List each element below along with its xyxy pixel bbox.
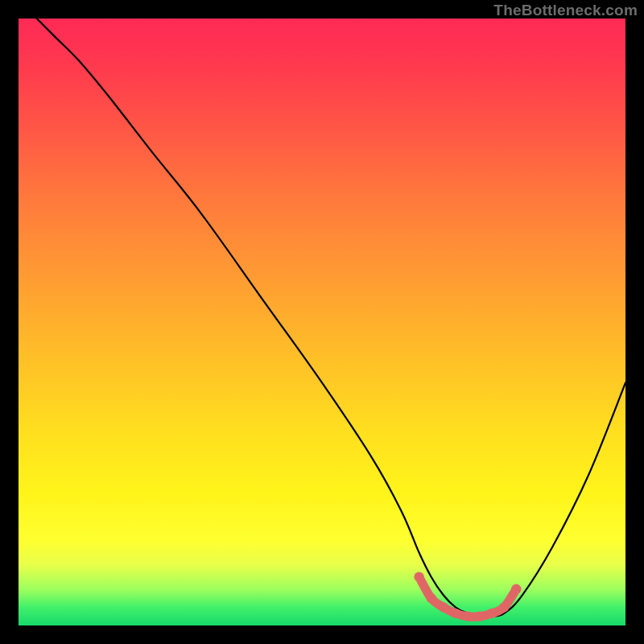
optimal-point — [451, 609, 460, 618]
bottleneck-curve — [37, 19, 625, 617]
optimal-point — [511, 584, 521, 594]
optimal-point — [475, 612, 485, 621]
optimal-point — [487, 609, 497, 618]
optimal-point — [463, 612, 473, 621]
optimal-point — [414, 572, 423, 582]
optimal-region-dots — [414, 572, 521, 621]
curve-layer — [19, 19, 625, 625]
optimal-point — [499, 602, 509, 612]
watermark-label: TheBottleneck.com — [493, 2, 638, 19]
chart-stage: TheBottleneck.com — [0, 0, 644, 644]
plot-area — [19, 19, 625, 625]
optimal-point — [427, 593, 436, 603]
optimal-point — [439, 602, 448, 612]
